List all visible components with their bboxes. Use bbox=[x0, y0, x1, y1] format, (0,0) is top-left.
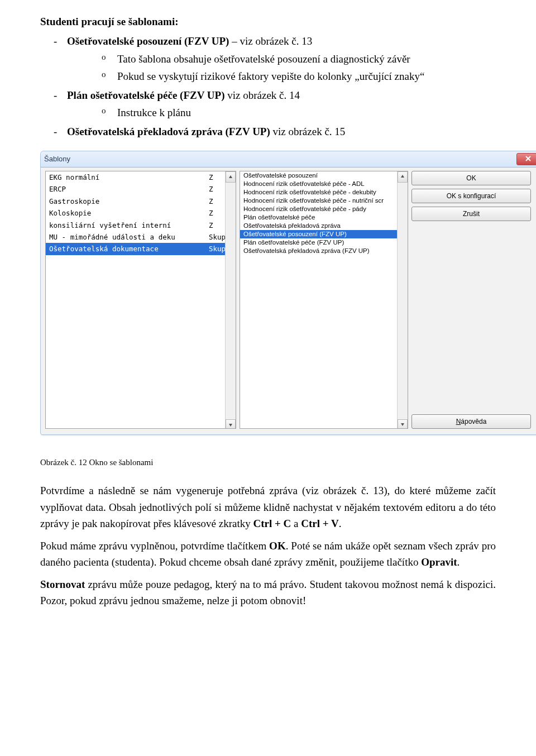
list-item: Tato šablona obsahuje ošetřovatelské pos… bbox=[117, 51, 496, 67]
text: a bbox=[291, 518, 301, 529]
label: Opravit bbox=[421, 556, 457, 568]
item-name: Koloskopie bbox=[49, 208, 209, 218]
template-item-list[interactable]: Ošetřovatelské posouzeníHodnocení rizik … bbox=[240, 171, 408, 429]
svg-marker-1 bbox=[229, 424, 232, 427]
button-label: OK bbox=[466, 173, 476, 184]
paragraph: Potvrdíme a následně se nám vygeneruje p… bbox=[40, 482, 496, 532]
item-title: Plán ošetřovatelské péče (FZV UP) bbox=[67, 89, 224, 101]
spacer bbox=[411, 224, 531, 411]
button-label: Zrušit bbox=[463, 209, 480, 219]
shortcut: Ctrl + C bbox=[253, 518, 291, 529]
list-item: Ošetřovatelská překladová zpráva (FZV UP… bbox=[67, 123, 496, 140]
chevron-up-icon bbox=[228, 171, 233, 182]
dialog-body: EKG normálníZERCPZGastroskopieZKoloskopi… bbox=[41, 168, 536, 434]
shortcut: Ctrl + V bbox=[301, 518, 338, 529]
paragraph: Pokud máme zprávu vyplněnou, potvrdíme t… bbox=[40, 538, 496, 571]
scroll-up-button[interactable] bbox=[226, 171, 236, 183]
scroll-up-button[interactable] bbox=[398, 171, 408, 183]
item-title: Ošetřovatelská překladová zpráva (FZV UP… bbox=[67, 126, 270, 137]
list-item: Plán ošetřovatelské péče (FZV UP) viz ob… bbox=[67, 87, 496, 121]
button-label: OK s konfigurací bbox=[447, 191, 496, 202]
text: zprávu může pouze pedagog, který na to m… bbox=[40, 578, 496, 606]
list-item[interactable]: ERCPZ bbox=[46, 183, 236, 195]
list-item: Ošetřovatelské posouzení (FZV UP) – viz … bbox=[67, 33, 496, 84]
item-name: Ošetřovatelská dokumentace bbox=[49, 243, 209, 254]
item-rest: – viz obrázek č. 13 bbox=[229, 35, 312, 47]
list-item[interactable]: Ošetřovatelská dokumentaceSkup bbox=[46, 243, 236, 255]
paragraph: Stornovat zprávu může pouze pedagog, kte… bbox=[40, 576, 496, 609]
item-rest: viz obrázek č. 15 bbox=[270, 126, 346, 137]
scroll-down-button[interactable] bbox=[398, 419, 408, 429]
dialog-button-column: OK OK s konfigurací Zrušit Nápověda bbox=[411, 171, 531, 429]
item-title: Ošetřovatelské posouzení (FZV UP) bbox=[67, 35, 229, 47]
close-icon bbox=[525, 154, 531, 165]
list-item[interactable]: KoloskopieZ bbox=[46, 207, 236, 219]
close-button[interactable] bbox=[516, 153, 536, 165]
item-name: Gastroskopie bbox=[49, 196, 209, 207]
document: Studenti pracují se šablonami: Ošetřovat… bbox=[0, 0, 536, 637]
item-rest: viz obrázek č. 14 bbox=[224, 89, 300, 101]
item-label: Ošetřovatelská překladová zpráva (FZV UP… bbox=[243, 246, 405, 256]
list-item[interactable]: Ošetřovatelská překladová zpráva (FZV UP… bbox=[240, 247, 408, 255]
item-name: EKG normální bbox=[49, 172, 209, 183]
text: . bbox=[339, 518, 342, 529]
template-group-list[interactable]: EKG normálníZERCPZGastroskopieZKoloskopi… bbox=[45, 171, 236, 429]
section-heading: Studenti pracují se šablonami: bbox=[40, 13, 496, 30]
svg-marker-0 bbox=[229, 175, 232, 178]
sublist: Instrukce k plánu bbox=[67, 104, 496, 121]
svg-marker-3 bbox=[401, 423, 404, 426]
button-label: Nápověda bbox=[456, 417, 487, 427]
svg-marker-2 bbox=[401, 175, 404, 178]
scroll-down-button[interactable] bbox=[226, 419, 236, 429]
scroll-track[interactable] bbox=[226, 183, 236, 419]
list-item[interactable]: EKG normálníZ bbox=[46, 171, 236, 183]
figure-caption: Obrázek č. 12 Okno se šablonami bbox=[40, 456, 496, 469]
scrollbar[interactable] bbox=[397, 171, 408, 428]
item-name: MU - mimořádné události a deku bbox=[49, 232, 209, 242]
ok-with-config-button[interactable]: OK s konfigurací bbox=[411, 189, 531, 203]
dialog-titlebar[interactable]: Šablony bbox=[41, 151, 536, 168]
list-item: Pokud se vyskytují rizikové faktory vepi… bbox=[117, 68, 496, 84]
screenshot: Šablony EKG normálníZERCPZGastroskopieZK… bbox=[40, 151, 496, 435]
chevron-down-icon bbox=[228, 419, 233, 429]
ok-button[interactable]: OK bbox=[411, 171, 531, 185]
scrollbar[interactable] bbox=[225, 171, 236, 428]
list-item: Instrukce k plánu bbox=[117, 104, 496, 121]
label: OK bbox=[269, 540, 286, 552]
sublist: Tato šablona obsahuje ošetřovatelské pos… bbox=[67, 51, 496, 85]
dash-list: Ošetřovatelské posouzení (FZV UP) – viz … bbox=[40, 33, 496, 140]
help-button[interactable]: Nápověda bbox=[411, 414, 531, 429]
list-item[interactable]: MU - mimořádné události a dekuSkup bbox=[46, 231, 236, 243]
item-name: ERCP bbox=[49, 184, 209, 194]
dialog-title: Šablony bbox=[44, 154, 516, 165]
list-item[interactable]: konsiliární vyšetření interníZ bbox=[46, 219, 236, 231]
text: . bbox=[457, 556, 460, 568]
cancel-button[interactable]: Zrušit bbox=[411, 207, 531, 221]
list-item[interactable]: GastroskopieZ bbox=[46, 195, 236, 207]
text: Pokud máme zprávu vyplněnou, potvrdíme t… bbox=[40, 540, 269, 552]
label: Stornovat bbox=[40, 578, 85, 590]
chevron-up-icon bbox=[400, 172, 405, 182]
item-name: konsiliární vyšetření interní bbox=[49, 220, 209, 231]
templates-dialog: Šablony EKG normálníZERCPZGastroskopieZK… bbox=[40, 151, 536, 435]
chevron-down-icon bbox=[400, 420, 405, 429]
scroll-track[interactable] bbox=[398, 183, 408, 419]
